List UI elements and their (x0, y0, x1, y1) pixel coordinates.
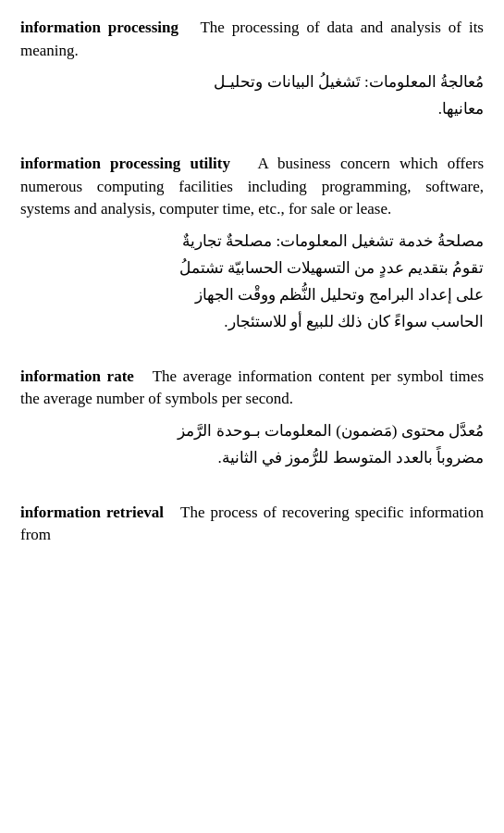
ar-line-2: تقومُ بتقديم عددٍ من التسهيلات الحسابيّة… (20, 255, 484, 282)
ar-line-2: معانيها. (20, 96, 484, 123)
entry-title-2: information processing utility (20, 155, 230, 172)
ar-line-3: على إعداد البرامج وتحليل النُّظم ووقْت ا… (20, 282, 484, 309)
entry-information-processing-utility: information processing utility A busines… (20, 153, 484, 335)
ar-line-1: مُعدَّل محتوى (مَضمون) المعلومات بـوحدة … (20, 418, 484, 445)
ar-line-1: مُعالجةُ المعلومات: تَشغيلُ البيانات وتح… (20, 69, 484, 96)
entry-information-processing: information processing The processing of… (20, 17, 484, 123)
entry-en-text-4: information retrieval The process of rec… (20, 502, 484, 547)
entry-title-4: information retrieval (20, 504, 164, 521)
ar-line-4: الحاسب سواءً كان ذلك للبيع أو للاستئجار. (20, 309, 484, 336)
ar-line-2: مضروباً بالعدد المتوسط للرُّموز في الثان… (20, 445, 484, 472)
entry-ar-text-2: مصلحةُ خدمة تشغيل المعلومات: مصلحةٌ تجار… (20, 229, 484, 336)
entry-en-text: information processing The processing of… (20, 17, 484, 62)
entry-en-text-2: information processing utility A busines… (20, 153, 484, 221)
entry-en-text-3: information rate The average information… (20, 366, 484, 411)
entry-title-3: information rate (20, 367, 134, 385)
entry-ar-text: مُعالجةُ المعلومات: تَشغيلُ البيانات وتح… (20, 69, 484, 123)
ar-line-1: مصلحةُ خدمة تشغيل المعلومات: مصلحةٌ تجار… (20, 229, 484, 255)
entry-ar-text-3: مُعدَّل محتوى (مَضمون) المعلومات بـوحدة … (20, 418, 484, 472)
entry-information-rate: information rate The average information… (20, 366, 484, 472)
entry-information-retrieval: information retrieval The process of rec… (20, 502, 484, 547)
dictionary-page: information processing The processing of… (20, 17, 484, 547)
entry-title: information processing (20, 19, 178, 36)
